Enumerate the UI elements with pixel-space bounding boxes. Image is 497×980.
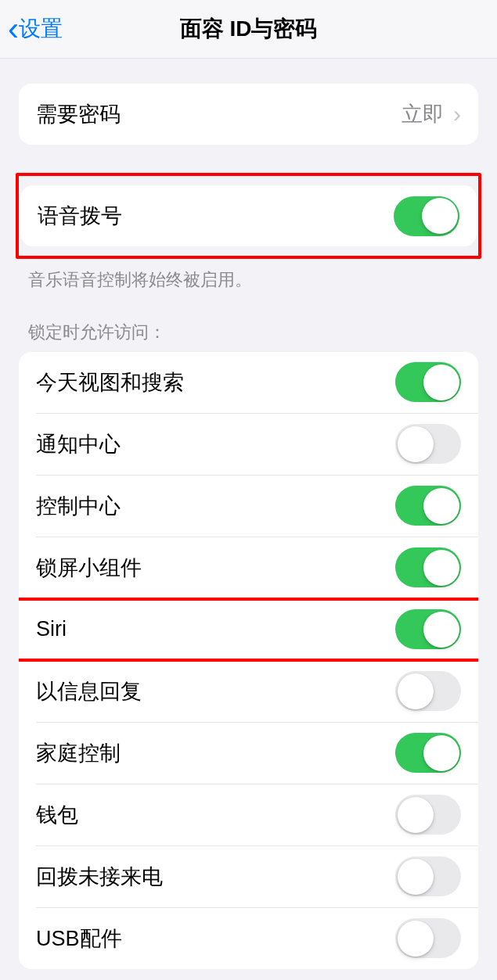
page-title: 面容 ID与密码 bbox=[0, 14, 497, 44]
lock-access-toggle[interactable] bbox=[395, 918, 461, 958]
lock-access-label: 回拨未接来电 bbox=[36, 863, 163, 891]
lock-access-row: 家庭控制 bbox=[19, 723, 478, 784]
require-passcode-group: 需要密码 立即 › bbox=[19, 84, 478, 145]
lock-access-label: Siri bbox=[36, 617, 67, 641]
lock-access-toggle[interactable] bbox=[395, 486, 461, 526]
lock-access-label: USB配件 bbox=[36, 924, 122, 953]
lock-access-toggle[interactable] bbox=[395, 424, 461, 464]
lock-access-row: 今天视图和搜索 bbox=[19, 352, 478, 413]
voice-dial-label: 语音拨号 bbox=[38, 202, 122, 230]
lock-access-group: 今天视图和搜索通知中心控制中心锁屏小组件Siri以信息回复家庭控制钱包回拨未接来… bbox=[19, 352, 478, 969]
lock-access-row: 回拨未接来电 bbox=[19, 846, 478, 907]
require-passcode-row[interactable]: 需要密码 立即 › bbox=[19, 84, 478, 145]
lock-access-label: 控制中心 bbox=[36, 492, 121, 520]
lock-access-label: 家庭控制 bbox=[36, 739, 121, 767]
lock-access-toggle[interactable] bbox=[395, 609, 461, 649]
lock-access-toggle[interactable] bbox=[395, 733, 461, 773]
lock-access-row: 锁屏小组件 bbox=[19, 537, 478, 598]
lock-access-header: 锁定时允许访问： bbox=[0, 321, 497, 352]
lock-access-row: 钱包 bbox=[19, 784, 478, 845]
lock-access-toggle[interactable] bbox=[395, 856, 461, 896]
nav-bar: ‹ 设置 面容 ID与密码 bbox=[0, 0, 497, 59]
voice-dial-row: 语音拨号 bbox=[20, 185, 477, 246]
back-label: 设置 bbox=[19, 14, 63, 44]
lock-access-row: USB配件 bbox=[19, 908, 478, 969]
require-passcode-value: 立即 bbox=[402, 100, 444, 128]
lock-access-label: 以信息回复 bbox=[36, 677, 142, 705]
lock-access-label: 锁屏小组件 bbox=[36, 554, 142, 582]
voice-dial-footer: 音乐语音控制将始终被启用。 bbox=[0, 259, 497, 293]
lock-access-label: 钱包 bbox=[36, 801, 78, 829]
lock-access-label: 今天视图和搜索 bbox=[36, 368, 184, 397]
lock-access-row: 通知中心 bbox=[19, 414, 478, 475]
lock-access-toggle[interactable] bbox=[395, 795, 461, 835]
lock-access-row: Siri bbox=[19, 599, 478, 660]
voice-dial-group: 语音拨号 bbox=[20, 185, 477, 246]
lock-access-toggle[interactable] bbox=[395, 671, 461, 711]
chevron-left-icon: ‹ bbox=[8, 13, 19, 45]
lock-access-toggle[interactable] bbox=[395, 547, 461, 587]
lock-access-label: 通知中心 bbox=[36, 430, 121, 458]
voice-dial-toggle[interactable] bbox=[394, 196, 459, 236]
back-button[interactable]: ‹ 设置 bbox=[0, 13, 63, 45]
lock-access-row: 控制中心 bbox=[19, 476, 478, 537]
lock-access-footer: iPhone 锁定超过一小时后，需先解锁 iPhone 才能允许USB 配件连接… bbox=[0, 969, 497, 980]
lock-access-toggle[interactable] bbox=[395, 362, 461, 402]
require-passcode-label: 需要密码 bbox=[36, 100, 121, 128]
chevron-right-icon: › bbox=[453, 101, 461, 127]
highlight-voice-dial: 语音拨号 bbox=[16, 173, 481, 259]
lock-access-row: 以信息回复 bbox=[19, 661, 478, 722]
